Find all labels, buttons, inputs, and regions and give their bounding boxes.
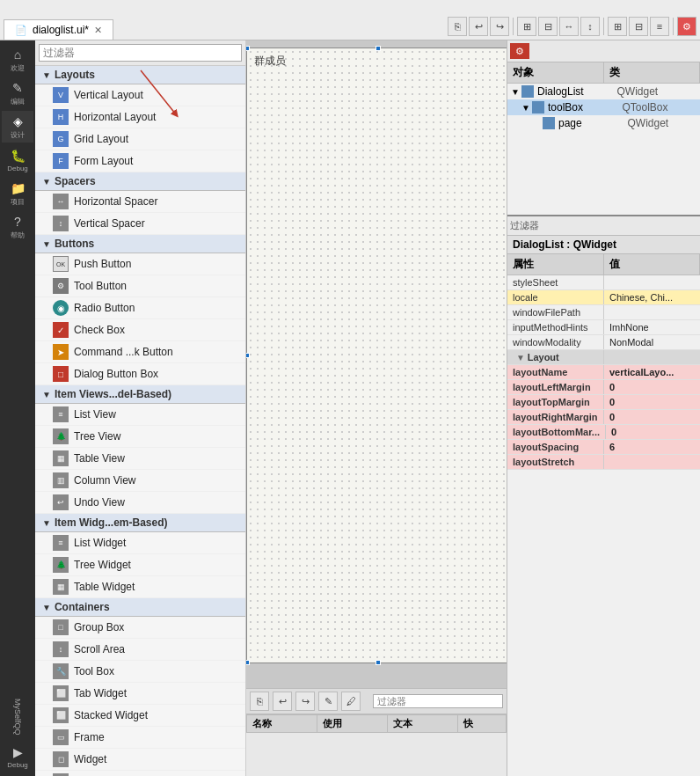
toolbar-btn-7[interactable]: ↕: [580, 17, 600, 36]
category-spacers[interactable]: ▼ Spacers: [35, 172, 245, 191]
toolbar-btn-4[interactable]: ⊞: [517, 17, 536, 36]
prop-scroll[interactable]: styleSheetlocaleChinese, Chi...windowFil…: [507, 275, 700, 776]
sidebar-item-tool-button[interactable]: ⚙ Tool Button: [35, 275, 245, 297]
obj-row-toolbox[interactable]: ▼ toolBox QToolBox: [507, 99, 700, 115]
vertical-layout-icon: V: [53, 87, 69, 103]
prop-row-locale[interactable]: localeChinese, Chi...: [507, 290, 700, 305]
close-icon[interactable]: ✕: [94, 25, 102, 36]
icon-toolbox: [532, 101, 544, 113]
sidebar-item-stacked-widget[interactable]: ⬜ Stacked Widget: [35, 705, 245, 727]
sidebar-item-dialog-button[interactable]: □ Dialog Button Box: [35, 363, 245, 385]
bottom-center: ⎘ ↩ ↪ ✎ 🖊 名称 使用 文本 快: [246, 688, 507, 776]
category-buttons[interactable]: ▼ Buttons: [35, 235, 245, 253]
bottom-btn-5[interactable]: 🖊: [341, 692, 361, 711]
sidebar-item-tool-box[interactable]: 🔧 Tool Box: [35, 661, 245, 683]
toolbar-btn-6[interactable]: ↔: [559, 17, 579, 36]
sidebar-item-list-view[interactable]: ≡ List View: [35, 404, 245, 426]
toolbar-btn-5[interactable]: ⊟: [538, 17, 558, 36]
sidebar-item-widget[interactable]: ◻ Widget: [35, 749, 245, 771]
sidebar-item-tab-widget[interactable]: ⬜ Tab Widget: [35, 683, 245, 705]
prop-row-inputmethodhints[interactable]: inputMethodHintsImhNone: [507, 320, 700, 335]
nav-design[interactable]: ◈ 设计: [2, 111, 33, 143]
obj-row-page[interactable]: page QWidget: [507, 115, 700, 131]
prop-row-layoutname[interactable]: layoutNameverticalLayo...: [507, 365, 700, 380]
nav-edit[interactable]: ✎ 编辑: [2, 77, 33, 109]
bottom-filter-input[interactable]: [373, 694, 503, 708]
prop-row-layoutbottommar---[interactable]: layoutBottomMar...0: [507, 425, 700, 440]
sidebar-item-tree-widget[interactable]: 🌲 Tree Widget: [35, 554, 245, 576]
obj-row-dialoglist[interactable]: ▼ DialogList QWidget: [507, 84, 700, 99]
frame-icon: ▭: [53, 729, 69, 745]
sidebar-item-command-button[interactable]: ➤ Command ...k Button: [35, 341, 245, 363]
sidebar-item-frame[interactable]: ▭ Frame: [35, 727, 245, 749]
sidebar-item-radio-button[interactable]: ◉ Radio Button: [35, 297, 245, 319]
toolbar-btn-11[interactable]: ⚙: [677, 17, 696, 36]
sidebar-item-group-box[interactable]: □ Group Box: [35, 617, 245, 639]
prop-name-cell: layoutRightMargin: [507, 410, 604, 424]
toolbar-btn-2[interactable]: ↩: [469, 17, 488, 36]
nav-debug[interactable]: 🐛 Debug: [2, 144, 33, 176]
file-tab[interactable]: 📄 dialoglist.ui* ✕: [4, 19, 113, 40]
nav-help[interactable]: ? 帮助: [2, 211, 33, 243]
obj-tree-scroll[interactable]: ▼ DialogList QWidget ▼ toolBox QToolBox: [507, 84, 700, 215]
tree-widget-icon: 🌲: [53, 557, 69, 573]
sidebar-item-horizontal-spacer[interactable]: ↔ Horizontal Spacer: [35, 191, 245, 213]
category-item-views[interactable]: ▼ Item Views...del-Based): [35, 385, 245, 404]
sidebar-filter-input[interactable]: [39, 44, 242, 62]
col-shortcut: 快: [458, 715, 507, 733]
prop-row-layoutrightmargin[interactable]: layoutRightMargin0: [507, 410, 700, 425]
sidebar-item-vertical-spacer[interactable]: ↕ Vertical Spacer: [35, 213, 245, 235]
prop-row-windowfilepath[interactable]: windowFilePath: [507, 305, 700, 320]
prop-value-cell: [604, 460, 700, 464]
nav-welcome[interactable]: ⌂ 欢迎: [2, 44, 33, 76]
prop-value-cell: ImhNone: [604, 320, 700, 334]
prop-row-windowmodality[interactable]: windowModalityNonModal: [507, 335, 700, 350]
design-canvas[interactable]: 群成员: [246, 48, 507, 663]
bottom-btn-4[interactable]: ✎: [318, 692, 338, 711]
sidebar-item-push-button[interactable]: OK Push Button: [35, 253, 245, 275]
radio-button-icon: ◉: [53, 300, 69, 316]
category-layouts[interactable]: ▼ Layouts: [35, 66, 245, 84]
sidebar-item-mdi-area[interactable]: ⬜ MDI Area: [35, 771, 245, 776]
category-containers[interactable]: ▼ Containers: [35, 598, 245, 617]
column-view-label: Column View: [74, 474, 135, 487]
canvas-wrapper[interactable]: 群成员: [246, 40, 507, 688]
toolbar-btn-1[interactable]: ⎘: [448, 17, 467, 36]
sidebar-item-table-widget[interactable]: ▦ Table Widget: [35, 576, 245, 598]
toolbar-btn-10[interactable]: ≡: [650, 17, 669, 36]
prop-row-layouttopmargin[interactable]: layoutTopMargin0: [507, 395, 700, 410]
sidebar-item-list-widget[interactable]: ≡ List Widget: [35, 532, 245, 554]
bottom-btn-1[interactable]: ⎘: [250, 692, 269, 711]
sidebar-item-scroll-area[interactable]: ↕ Scroll Area: [35, 639, 245, 661]
prop-value-cell: 6: [604, 440, 700, 454]
nav-debug2[interactable]: ▶ Debug: [2, 741, 33, 772]
sidebar-item-table-view[interactable]: ▦ Table View: [35, 448, 245, 470]
toolbar-btn-9[interactable]: ⊟: [629, 17, 648, 36]
toolbar-btn-8[interactable]: ⊞: [608, 17, 627, 36]
category-item-views-label: Item Views...del-Based): [55, 388, 171, 400]
prop-row-layoutstretch[interactable]: layoutStretch: [507, 455, 700, 470]
radio-button-label: Radio Button: [74, 302, 135, 314]
section-arrow[interactable]: ▼: [513, 353, 528, 362]
sidebar-item-form-layout[interactable]: F Form Layout: [35, 150, 245, 172]
prop-row-layoutleftmargin[interactable]: layoutLeftMargin0: [507, 380, 700, 395]
sidebar-item-check-box[interactable]: ✓ Check Box: [35, 319, 245, 341]
toolbar-btn-3[interactable]: ↪: [490, 17, 509, 36]
sidebar-item-vertical-layout[interactable]: V Vertical Layout: [35, 84, 245, 106]
sidebar-item-grid-layout[interactable]: G Grid Layout: [35, 128, 245, 150]
handle-bm: [376, 660, 381, 665]
prop-name-cell: windowModality: [507, 335, 604, 349]
category-item-widgets[interactable]: ▼ Item Widg...em-Based): [35, 514, 245, 532]
sidebar-item-horizontal-layout[interactable]: H Horizontal Layout: [35, 106, 245, 128]
sidebar-item-undo-view[interactable]: ↩ Undo View: [35, 492, 245, 514]
nav-project[interactable]: 📁 项目: [2, 178, 33, 209]
sidebar-item-tree-view[interactable]: 🌲 Tree View: [35, 426, 245, 448]
prop-row-stylesheet[interactable]: styleSheet: [507, 275, 700, 290]
bottom-btn-2[interactable]: ↩: [273, 692, 292, 711]
table-view-icon: ▦: [53, 450, 69, 466]
prop-name-cell: locale: [507, 290, 604, 304]
obj-tree-search-btn[interactable]: ⚙: [510, 43, 529, 59]
bottom-btn-3[interactable]: ↪: [295, 692, 315, 711]
prop-row-layoutspacing[interactable]: layoutSpacing6: [507, 440, 700, 455]
sidebar-item-column-view[interactable]: ▥ Column View: [35, 470, 245, 492]
